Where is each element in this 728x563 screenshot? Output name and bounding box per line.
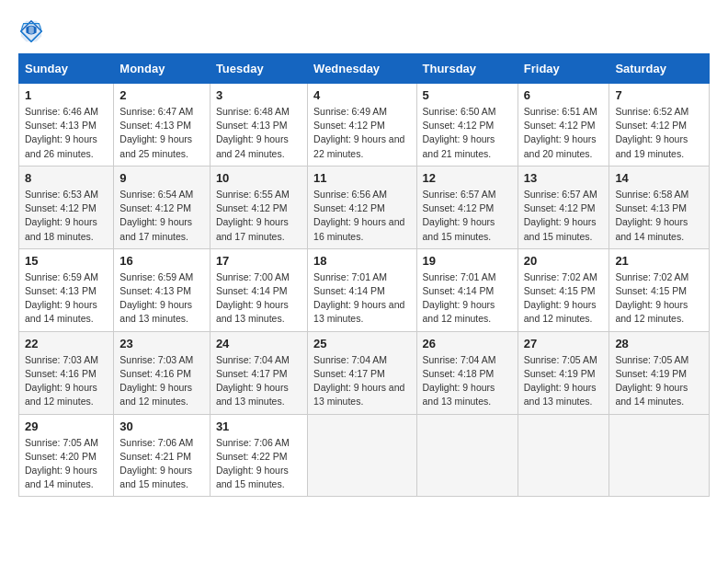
calendar-cell: 17Sunrise: 7:00 AM Sunset: 4:14 PM Dayli… bbox=[210, 248, 307, 331]
calendar-cell: 28Sunrise: 7:05 AM Sunset: 4:19 PM Dayli… bbox=[609, 331, 710, 414]
day-info: Sunrise: 6:47 AM Sunset: 4:13 PM Dayligh… bbox=[119, 105, 204, 161]
calendar-week-row: 22Sunrise: 7:03 AM Sunset: 4:16 PM Dayli… bbox=[19, 331, 710, 414]
calendar-cell: 29Sunrise: 7:05 AM Sunset: 4:20 PM Dayli… bbox=[19, 414, 114, 497]
day-info: Sunrise: 7:02 AM Sunset: 4:15 PM Dayligh… bbox=[524, 270, 604, 327]
day-number: 1 bbox=[25, 88, 108, 102]
day-number: 17 bbox=[216, 254, 301, 268]
day-info: Sunrise: 7:05 AM Sunset: 4:19 PM Dayligh… bbox=[524, 353, 604, 409]
calendar-cell: 13Sunrise: 6:57 AM Sunset: 4:12 PM Dayli… bbox=[518, 166, 609, 248]
calendar-week-row: 15Sunrise: 6:59 AM Sunset: 4:13 PM Dayli… bbox=[19, 248, 710, 331]
calendar-week-row: 29Sunrise: 7:05 AM Sunset: 4:20 PM Dayli… bbox=[19, 414, 710, 497]
calendar-cell: 11Sunrise: 6:56 AM Sunset: 4:12 PM Dayli… bbox=[308, 166, 416, 248]
day-info: Sunrise: 7:05 AM Sunset: 4:19 PM Dayligh… bbox=[615, 353, 703, 409]
day-info: Sunrise: 6:54 AM Sunset: 4:12 PM Dayligh… bbox=[119, 188, 204, 244]
day-number: 7 bbox=[615, 88, 703, 102]
calendar-cell: 14Sunrise: 6:58 AM Sunset: 4:13 PM Dayli… bbox=[609, 166, 710, 248]
day-number: 18 bbox=[313, 254, 410, 268]
calendar-cell: 4Sunrise: 6:49 AM Sunset: 4:12 PM Daylig… bbox=[308, 84, 416, 167]
day-number: 19 bbox=[423, 254, 512, 268]
day-info: Sunrise: 7:03 AM Sunset: 4:16 PM Dayligh… bbox=[119, 353, 204, 409]
day-info: Sunrise: 7:05 AM Sunset: 4:20 PM Dayligh… bbox=[25, 436, 108, 492]
day-info: Sunrise: 6:59 AM Sunset: 4:13 PM Dayligh… bbox=[119, 270, 204, 327]
day-number: 3 bbox=[216, 88, 301, 102]
calendar-cell: 26Sunrise: 7:04 AM Sunset: 4:18 PM Dayli… bbox=[416, 331, 518, 414]
calendar-cell: 12Sunrise: 6:57 AM Sunset: 4:12 PM Dayli… bbox=[416, 166, 518, 248]
day-info: Sunrise: 6:55 AM Sunset: 4:12 PM Dayligh… bbox=[216, 188, 301, 244]
day-number: 13 bbox=[524, 171, 604, 185]
calendar-cell: 6Sunrise: 6:51 AM Sunset: 4:12 PM Daylig… bbox=[518, 84, 609, 167]
day-info: Sunrise: 6:46 AM Sunset: 4:13 PM Dayligh… bbox=[25, 105, 108, 161]
day-number: 16 bbox=[119, 254, 204, 268]
column-header-monday: Monday bbox=[114, 54, 210, 84]
day-info: Sunrise: 7:01 AM Sunset: 4:14 PM Dayligh… bbox=[313, 270, 410, 327]
day-number: 29 bbox=[25, 419, 108, 433]
day-number: 26 bbox=[423, 337, 512, 350]
column-header-sunday: Sunday bbox=[19, 54, 114, 84]
calendar-cell: 10Sunrise: 6:55 AM Sunset: 4:12 PM Dayli… bbox=[210, 166, 307, 248]
day-info: Sunrise: 7:06 AM Sunset: 4:22 PM Dayligh… bbox=[216, 436, 301, 492]
calendar-cell: 21Sunrise: 7:02 AM Sunset: 4:15 PM Dayli… bbox=[609, 248, 710, 331]
day-number: 10 bbox=[216, 171, 301, 185]
day-info: Sunrise: 6:51 AM Sunset: 4:12 PM Dayligh… bbox=[524, 105, 604, 161]
day-number: 31 bbox=[216, 419, 301, 433]
day-info: Sunrise: 6:49 AM Sunset: 4:12 PM Dayligh… bbox=[313, 105, 410, 161]
calendar-cell: 24Sunrise: 7:04 AM Sunset: 4:17 PM Dayli… bbox=[210, 331, 307, 414]
column-header-friday: Friday bbox=[518, 54, 609, 84]
day-number: 15 bbox=[25, 254, 108, 268]
calendar-cell bbox=[308, 414, 416, 497]
calendar-cell: 5Sunrise: 6:50 AM Sunset: 4:12 PM Daylig… bbox=[416, 84, 518, 167]
day-info: Sunrise: 7:02 AM Sunset: 4:15 PM Dayligh… bbox=[615, 270, 703, 327]
day-number: 12 bbox=[423, 171, 512, 185]
calendar-table: SundayMondayTuesdayWednesdayThursdayFrid… bbox=[18, 53, 710, 497]
calendar-week-row: 8Sunrise: 6:53 AM Sunset: 4:12 PM Daylig… bbox=[19, 166, 710, 248]
calendar-cell: 25Sunrise: 7:04 AM Sunset: 4:17 PM Dayli… bbox=[308, 331, 416, 414]
day-info: Sunrise: 6:59 AM Sunset: 4:13 PM Dayligh… bbox=[25, 270, 108, 327]
day-info: Sunrise: 7:04 AM Sunset: 4:18 PM Dayligh… bbox=[423, 353, 512, 409]
calendar-cell: 2Sunrise: 6:47 AM Sunset: 4:13 PM Daylig… bbox=[114, 84, 210, 167]
calendar-cell: 30Sunrise: 7:06 AM Sunset: 4:21 PM Dayli… bbox=[114, 414, 210, 497]
day-number: 22 bbox=[25, 337, 108, 350]
calendar-cell: 9Sunrise: 6:54 AM Sunset: 4:12 PM Daylig… bbox=[114, 166, 210, 248]
general-blue-logo-icon bbox=[18, 18, 44, 44]
day-number: 28 bbox=[615, 337, 703, 350]
day-info: Sunrise: 6:52 AM Sunset: 4:12 PM Dayligh… bbox=[615, 105, 703, 161]
day-info: Sunrise: 6:48 AM Sunset: 4:13 PM Dayligh… bbox=[216, 105, 301, 161]
calendar-cell: 15Sunrise: 6:59 AM Sunset: 4:13 PM Dayli… bbox=[19, 248, 114, 331]
day-number: 23 bbox=[119, 337, 204, 350]
calendar-week-row: 1Sunrise: 6:46 AM Sunset: 4:13 PM Daylig… bbox=[19, 84, 710, 167]
day-info: Sunrise: 6:57 AM Sunset: 4:12 PM Dayligh… bbox=[423, 188, 512, 244]
day-info: Sunrise: 7:04 AM Sunset: 4:17 PM Dayligh… bbox=[313, 353, 410, 409]
day-number: 30 bbox=[119, 419, 204, 433]
calendar-cell: 31Sunrise: 7:06 AM Sunset: 4:22 PM Dayli… bbox=[210, 414, 307, 497]
calendar-cell: 22Sunrise: 7:03 AM Sunset: 4:16 PM Dayli… bbox=[19, 331, 114, 414]
day-number: 11 bbox=[313, 171, 410, 185]
day-info: Sunrise: 7:00 AM Sunset: 4:14 PM Dayligh… bbox=[216, 270, 301, 327]
calendar-cell: 20Sunrise: 7:02 AM Sunset: 4:15 PM Dayli… bbox=[518, 248, 609, 331]
day-info: Sunrise: 7:06 AM Sunset: 4:21 PM Dayligh… bbox=[119, 436, 204, 492]
day-info: Sunrise: 7:03 AM Sunset: 4:16 PM Dayligh… bbox=[25, 353, 108, 409]
day-number: 8 bbox=[25, 171, 108, 185]
calendar-cell: 1Sunrise: 6:46 AM Sunset: 4:13 PM Daylig… bbox=[19, 84, 114, 167]
day-number: 9 bbox=[119, 171, 204, 185]
calendar-cell: 19Sunrise: 7:01 AM Sunset: 4:14 PM Dayli… bbox=[416, 248, 518, 331]
day-number: 6 bbox=[524, 88, 604, 102]
calendar-cell bbox=[416, 414, 518, 497]
column-header-tuesday: Tuesday bbox=[210, 54, 307, 84]
day-info: Sunrise: 6:56 AM Sunset: 4:12 PM Dayligh… bbox=[313, 188, 410, 244]
calendar-cell bbox=[609, 414, 710, 497]
day-info: Sunrise: 6:58 AM Sunset: 4:13 PM Dayligh… bbox=[615, 188, 703, 244]
day-info: Sunrise: 7:01 AM Sunset: 4:14 PM Dayligh… bbox=[423, 270, 512, 327]
calendar-cell: 7Sunrise: 6:52 AM Sunset: 4:12 PM Daylig… bbox=[609, 84, 710, 167]
day-number: 5 bbox=[423, 88, 512, 102]
calendar-cell bbox=[518, 414, 609, 497]
calendar-cell: 3Sunrise: 6:48 AM Sunset: 4:13 PM Daylig… bbox=[210, 84, 307, 167]
day-number: 25 bbox=[313, 337, 410, 350]
day-number: 20 bbox=[524, 254, 604, 268]
logo bbox=[18, 18, 46, 44]
calendar-cell: 18Sunrise: 7:01 AM Sunset: 4:14 PM Dayli… bbox=[308, 248, 416, 331]
calendar-cell: 27Sunrise: 7:05 AM Sunset: 4:19 PM Dayli… bbox=[518, 331, 609, 414]
column-header-wednesday: Wednesday bbox=[308, 54, 416, 84]
calendar-header-row: SundayMondayTuesdayWednesdayThursdayFrid… bbox=[19, 54, 710, 84]
day-info: Sunrise: 6:57 AM Sunset: 4:12 PM Dayligh… bbox=[524, 188, 604, 244]
calendar-cell: 23Sunrise: 7:03 AM Sunset: 4:16 PM Dayli… bbox=[114, 331, 210, 414]
